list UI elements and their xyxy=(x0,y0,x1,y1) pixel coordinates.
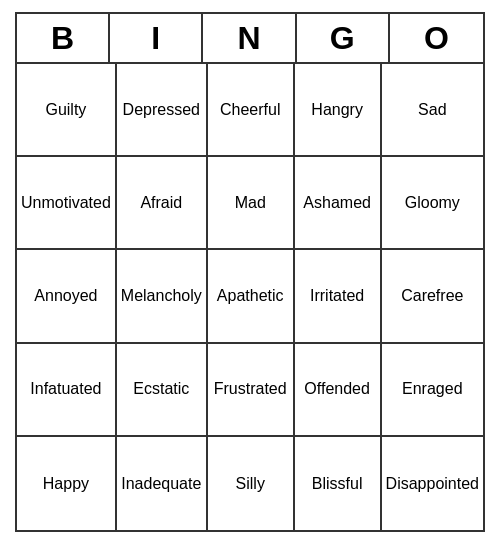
bingo-cell-23: Blissful xyxy=(295,437,382,530)
header-letter-O: O xyxy=(390,14,483,62)
bingo-cell-3: Hangry xyxy=(295,64,382,157)
bingo-cell-2: Cheerful xyxy=(208,64,295,157)
bingo-cell-17: Frustrated xyxy=(208,344,295,437)
cell-text-11: Melancholy xyxy=(121,287,202,305)
cell-text-2: Cheerful xyxy=(220,101,280,119)
bingo-cell-8: Ashamed xyxy=(295,157,382,250)
bingo-cell-24: Disappointed xyxy=(382,437,483,530)
cell-text-6: Afraid xyxy=(140,194,182,212)
cell-text-22: Silly xyxy=(236,475,265,493)
cell-text-10: Annoyed xyxy=(34,287,97,305)
cell-text-1: Depressed xyxy=(123,101,200,119)
bingo-cell-9: Gloomy xyxy=(382,157,483,250)
bingo-cell-22: Silly xyxy=(208,437,295,530)
bingo-cell-15: Infatuated xyxy=(17,344,117,437)
cell-text-9: Gloomy xyxy=(405,194,460,212)
cell-text-17: Frustrated xyxy=(214,380,287,398)
bingo-cell-6: Afraid xyxy=(117,157,208,250)
bingo-header: BINGO xyxy=(17,14,483,64)
bingo-cell-4: Sad xyxy=(382,64,483,157)
bingo-cell-10: Annoyed xyxy=(17,250,117,343)
header-letter-B: B xyxy=(17,14,110,62)
cell-text-23: Blissful xyxy=(312,475,363,493)
cell-text-7: Mad xyxy=(235,194,266,212)
cell-text-15: Infatuated xyxy=(30,380,101,398)
bingo-cell-7: Mad xyxy=(208,157,295,250)
bingo-cell-5: Unmotivated xyxy=(17,157,117,250)
bingo-cell-19: Enraged xyxy=(382,344,483,437)
header-letter-N: N xyxy=(203,14,296,62)
cell-text-21: Inadequate xyxy=(121,475,201,493)
cell-text-5: Unmotivated xyxy=(21,194,111,212)
bingo-cell-14: Carefree xyxy=(382,250,483,343)
cell-text-0: Guilty xyxy=(45,101,86,119)
header-letter-G: G xyxy=(297,14,390,62)
bingo-cell-12: Apathetic xyxy=(208,250,295,343)
bingo-cell-21: Inadequate xyxy=(117,437,208,530)
header-letter-I: I xyxy=(110,14,203,62)
cell-text-8: Ashamed xyxy=(303,194,371,212)
bingo-cell-0: Guilty xyxy=(17,64,117,157)
bingo-grid: GuiltyDepressedCheerfulHangrySadUnmotiva… xyxy=(17,64,483,530)
bingo-cell-11: Melancholy xyxy=(117,250,208,343)
cell-text-20: Happy xyxy=(43,475,89,493)
bingo-card: BINGO GuiltyDepressedCheerfulHangrySadUn… xyxy=(15,12,485,532)
cell-text-14: Carefree xyxy=(401,287,463,305)
cell-text-18: Offended xyxy=(304,380,370,398)
cell-text-19: Enraged xyxy=(402,380,463,398)
bingo-cell-1: Depressed xyxy=(117,64,208,157)
cell-text-4: Sad xyxy=(418,101,446,119)
cell-text-13: Irritated xyxy=(310,287,364,305)
cell-text-3: Hangry xyxy=(311,101,363,119)
bingo-cell-13: Irritated xyxy=(295,250,382,343)
cell-text-16: Ecstatic xyxy=(133,380,189,398)
cell-text-24: Disappointed xyxy=(386,475,479,493)
cell-text-12: Apathetic xyxy=(217,287,284,305)
bingo-cell-18: Offended xyxy=(295,344,382,437)
bingo-cell-20: Happy xyxy=(17,437,117,530)
bingo-cell-16: Ecstatic xyxy=(117,344,208,437)
